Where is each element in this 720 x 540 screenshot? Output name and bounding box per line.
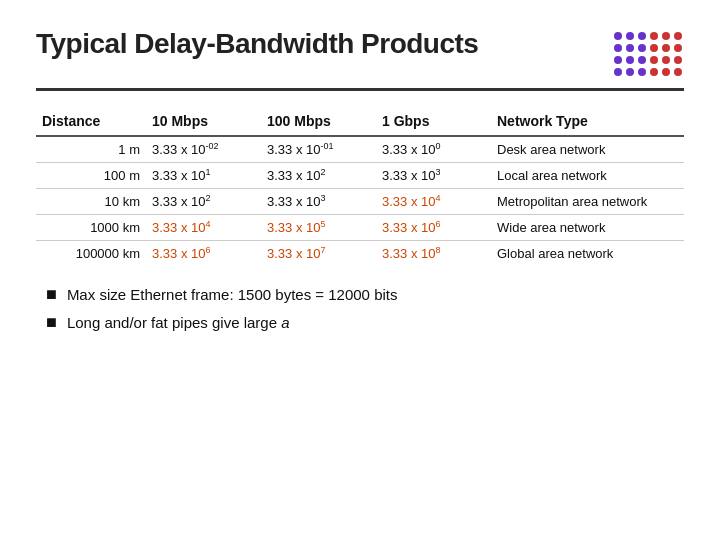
note-item-1: ■ Max size Ethernet frame: 1500 bytes = … (46, 284, 684, 306)
note-text-1: Max size Ethernet frame: 1500 bytes = 12… (67, 284, 398, 305)
cell-distance: 100 m (36, 163, 146, 189)
bullet-1: ■ (46, 284, 57, 306)
col-header-10mbps: 10 Mbps (146, 109, 261, 136)
bullet-2: ■ (46, 312, 57, 334)
cell-1gbps: 3.33 x 103 (376, 163, 491, 189)
col-header-1gbps: 1 Gbps (376, 109, 491, 136)
cell-distance: 100000 km (36, 241, 146, 267)
decoration-dot (662, 32, 670, 40)
cell-10mbps: 3.33 x 102 (146, 189, 261, 215)
cell-network-type: Desk area network (491, 136, 684, 163)
decoration-dots (614, 32, 684, 78)
note-text-2: Long and/or fat pipes give large a (67, 312, 290, 333)
cell-10mbps: 3.33 x 101 (146, 163, 261, 189)
cell-network-type: Metropolitan area network (491, 189, 684, 215)
decoration-dot (614, 56, 622, 64)
slide-title: Typical Delay-Bandwidth Products (36, 28, 478, 60)
decoration-dot (626, 68, 634, 76)
col-header-network-type: Network Type (491, 109, 684, 136)
table-row: 100000 km3.33 x 1063.33 x 1073.33 x 108G… (36, 241, 684, 267)
table-row: 1000 km3.33 x 1043.33 x 1053.33 x 106Wid… (36, 215, 684, 241)
decoration-dot (674, 44, 682, 52)
decoration-dot (638, 32, 646, 40)
decoration-dot (638, 44, 646, 52)
data-table-wrapper: Distance 10 Mbps 100 Mbps 1 Gbps Network… (36, 109, 684, 266)
cell-distance: 1000 km (36, 215, 146, 241)
cell-10mbps: 3.33 x 106 (146, 241, 261, 267)
cell-100mbps: 3.33 x 10-01 (261, 136, 376, 163)
decoration-dot (650, 44, 658, 52)
cell-distance: 10 km (36, 189, 146, 215)
decoration-dot (650, 32, 658, 40)
col-header-distance: Distance (36, 109, 146, 136)
note-item-2: ■ Long and/or fat pipes give large a (46, 312, 684, 334)
cell-1gbps: 3.33 x 108 (376, 241, 491, 267)
decoration-dot (674, 68, 682, 76)
decoration-dot (614, 32, 622, 40)
table-header-row: Distance 10 Mbps 100 Mbps 1 Gbps Network… (36, 109, 684, 136)
decoration-dot (626, 32, 634, 40)
decoration-dot (638, 68, 646, 76)
cell-10mbps: 3.33 x 10-02 (146, 136, 261, 163)
cell-distance: 1 m (36, 136, 146, 163)
table-row: 1 m3.33 x 10-023.33 x 10-013.33 x 100Des… (36, 136, 684, 163)
cell-10mbps: 3.33 x 104 (146, 215, 261, 241)
cell-100mbps: 3.33 x 103 (261, 189, 376, 215)
decoration-dot (662, 56, 670, 64)
decoration-dot (662, 44, 670, 52)
title-area: Typical Delay-Bandwidth Products (36, 28, 684, 91)
note2-prefix: Long and/or fat pipes give large (67, 314, 281, 331)
decoration-dot (674, 32, 682, 40)
cell-network-type: Wide area network (491, 215, 684, 241)
notes-section: ■ Max size Ethernet frame: 1500 bytes = … (36, 284, 684, 333)
cell-100mbps: 3.33 x 107 (261, 241, 376, 267)
decoration-dot (674, 56, 682, 64)
cell-1gbps: 3.33 x 100 (376, 136, 491, 163)
slide: Typical Delay-Bandwidth Products Distanc… (0, 0, 720, 540)
bandwidth-table: Distance 10 Mbps 100 Mbps 1 Gbps Network… (36, 109, 684, 266)
decoration-dot (650, 68, 658, 76)
cell-1gbps: 3.33 x 104 (376, 189, 491, 215)
cell-100mbps: 3.33 x 102 (261, 163, 376, 189)
decoration-dot (614, 68, 622, 76)
table-row: 10 km3.33 x 1023.33 x 1033.33 x 104Metro… (36, 189, 684, 215)
cell-network-type: Local area network (491, 163, 684, 189)
cell-1gbps: 3.33 x 106 (376, 215, 491, 241)
decoration-dot (650, 56, 658, 64)
decoration-dot (626, 56, 634, 64)
decoration-dot (614, 44, 622, 52)
decoration-dot (626, 44, 634, 52)
cell-100mbps: 3.33 x 105 (261, 215, 376, 241)
cell-network-type: Global area network (491, 241, 684, 267)
decoration-dot (662, 68, 670, 76)
note2-italic: a (281, 314, 289, 331)
col-header-100mbps: 100 Mbps (261, 109, 376, 136)
decoration-dot (638, 56, 646, 64)
table-row: 100 m3.33 x 1013.33 x 1023.33 x 103Local… (36, 163, 684, 189)
